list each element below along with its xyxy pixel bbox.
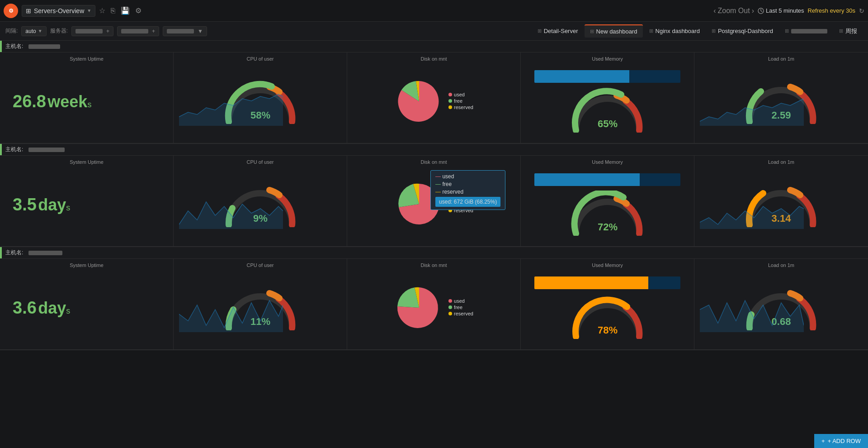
tab-new-dashboard[interactable]: ⊞ New dashboard — [585, 24, 643, 38]
gauge-svg-mem-3: 78% — [567, 294, 648, 339]
server-filter-1[interactable]: + — [71, 26, 113, 36]
hostname-1-value — [28, 44, 60, 49]
hostname-label-2: 主机名: — [5, 146, 25, 153]
server-filter-3[interactable]: ▼ — [163, 26, 207, 36]
refresh-rate-label[interactable]: Refresh every 30s — [808, 7, 856, 14]
settings-icon[interactable]: ⚙ — [135, 6, 142, 15]
dashboard-name: Servers-Overview — [34, 7, 84, 14]
tab-nginx[interactable]: ⊞ Nginx dashboard — [644, 25, 705, 37]
svg-line-4 — [761, 11, 762, 12]
gauge-cpu-2: 9% — [179, 167, 341, 243]
disk-title-2: Disk on mnt — [353, 159, 515, 165]
star-icon[interactable]: ☆ — [99, 6, 105, 15]
memory-title-1: Used Memory — [526, 56, 689, 62]
time-range[interactable]: Last 5 minutes — [758, 7, 804, 14]
uptime-title-2: System Uptime — [5, 159, 168, 165]
server-2-header: 主机名: — [0, 144, 868, 156]
dropdown-arrow-icon: ▼ — [87, 8, 91, 13]
gauge-memory-1: 65% — [526, 63, 689, 139]
share-icon[interactable]: ⎘ — [111, 7, 115, 15]
panel-uptime-2: System Uptime 3.5 days — [0, 156, 174, 246]
hostname-3-value — [28, 251, 62, 255]
pie-disk-1: used free reserved — [353, 63, 515, 139]
pie-svg-3 — [394, 283, 444, 333]
panel-memory-1: Used Memory 65% — [521, 52, 694, 143]
server-1-metrics: System Uptime 26.8 weeks CPU of user — [0, 52, 868, 143]
refresh-icon[interactable]: ↻ — [859, 7, 864, 14]
pie-disk-3: used free reserved — [353, 270, 515, 346]
gauge-load-2: 3.14 — [700, 167, 863, 243]
tab-detail-server[interactable]: ⊞ Detail-Server — [532, 25, 584, 37]
panel-load-2: Load on 1m 3.14 — [694, 156, 868, 246]
pie-legend-3: used free reserved — [448, 298, 473, 317]
add-row-icon: + — [821, 438, 825, 444]
interval-label: 间隔: — [5, 27, 18, 35]
panel-disk-1: Disk on mnt used free reserved — [347, 52, 521, 143]
tab-icon-pg: ⊞ — [712, 28, 716, 34]
load-title-3: Load on 1m — [700, 262, 863, 268]
panel-disk-2: Disk on mnt — [347, 156, 521, 246]
uptime-value-3: 3.6 days — [13, 298, 70, 318]
toolbar: 间隔: auto ▼ 服务器: + + ▼ ⊞ Detail-Server ⊞ … — [0, 22, 868, 41]
add-row-label: + ADD ROW — [828, 438, 861, 444]
tab-icon-detail: ⊞ — [538, 28, 542, 34]
uptime-title-1: System Uptime — [5, 56, 168, 62]
tab-more[interactable]: ⊞ — [779, 25, 833, 37]
add-row-button[interactable]: + + ADD ROW — [814, 434, 868, 448]
gauge-memory-2: 72% — [526, 167, 689, 243]
save-icon[interactable]: 💾 — [121, 6, 130, 15]
panel-load-3: Load on 1m 0.68 — [694, 259, 868, 349]
zoom-left-icon[interactable]: ‹ — [713, 7, 716, 15]
tab-icon-new: ⊞ — [590, 29, 594, 34]
server-2-metrics: System Uptime 3.5 days CPU of user — [0, 156, 868, 247]
disk-tooltip-2: — used — free — reserved used: 672 GiB (… — [430, 170, 505, 210]
hostname-label-3: 主机名: — [5, 249, 25, 257]
gauge-svg-mem-2: 72% — [567, 191, 648, 236]
tab-postgresql[interactable]: ⊞ Postgresql-Dashbord — [706, 25, 778, 37]
server-1-header: 主机名: — [0, 41, 868, 52]
gauge-load-1: 2.59 — [700, 63, 863, 139]
panel-disk-3: Disk on mnt used free reserved — [347, 259, 521, 349]
panel-uptime-1: System Uptime 26.8 weeks — [0, 52, 174, 143]
hostname-2-value — [28, 148, 65, 152]
tab-icon-weekly: ⊞ — [839, 28, 843, 34]
panel-memory-2: Used Memory 72% — [521, 156, 694, 246]
interval-select[interactable]: auto ▼ — [21, 26, 46, 36]
panel-uptime-3: System Uptime 3.6 days — [0, 259, 174, 349]
tab-icon-nginx: ⊞ — [649, 28, 653, 34]
pie-disk-2: — used — free — reserved used: 672 GiB (… — [353, 167, 515, 243]
memory-title-2: Used Memory — [526, 159, 689, 165]
disk-title-1: Disk on mnt — [353, 56, 515, 62]
svg-text:⚙: ⚙ — [9, 8, 14, 14]
memory-title-3: Used Memory — [526, 262, 689, 268]
panel-cpu-3: CPU of user 11% — [174, 259, 347, 349]
server-label: 服务器: — [50, 27, 68, 35]
server-filter-2[interactable]: + — [117, 26, 159, 36]
toolbar-left: 间隔: auto ▼ 服务器: + + ▼ — [5, 26, 207, 36]
server-3-metrics: System Uptime 3.6 days CPU of user — [0, 259, 868, 350]
svg-text:78%: 78% — [597, 324, 617, 336]
dashboard-content: 主机名: System Uptime 26.8 weeks CPU of use… — [0, 41, 868, 448]
server-section-2: 主机名: System Uptime 3.5 days CPU of user — [0, 144, 868, 247]
panel-load-1: Load on 1m 2.59 — [694, 52, 868, 143]
gauge-cpu-1: 58% — [179, 63, 341, 139]
uptime-value-2: 3.5 days — [13, 195, 70, 214]
gauge-load-3: 0.68 — [700, 270, 863, 346]
gauge-svg-mem-1: 65% — [567, 87, 648, 133]
uptime-title-3: System Uptime — [5, 262, 168, 268]
grafana-logo[interactable]: ⚙ — [4, 4, 18, 18]
disk-title-3: Disk on mnt — [353, 262, 515, 268]
gauge-cpu-3: 11% — [179, 270, 341, 346]
dashboard-tabs: ⊞ Detail-Server ⊞ New dashboard ⊞ Nginx … — [532, 24, 863, 38]
hostname-label-1: 主机名: — [5, 43, 25, 50]
panel-cpu-1: CPU of user — [174, 52, 347, 143]
tab-weekly[interactable]: ⊞ 周报 — [834, 24, 863, 38]
pie-svg-1 — [394, 76, 444, 126]
zoom-right-icon[interactable]: › — [752, 7, 754, 15]
svg-text:65%: 65% — [597, 118, 617, 129]
pie-legend-1: used free reserved — [448, 92, 473, 111]
dashboard-title-btn[interactable]: ⊞ Servers-Overview ▼ — [22, 5, 95, 17]
panel-cpu-2: CPU of user 9% — [174, 156, 347, 246]
zoom-out-label[interactable]: Zoom Out — [717, 7, 750, 15]
server-section-3: 主机名: System Uptime 3.6 days CPU of user — [0, 247, 868, 350]
